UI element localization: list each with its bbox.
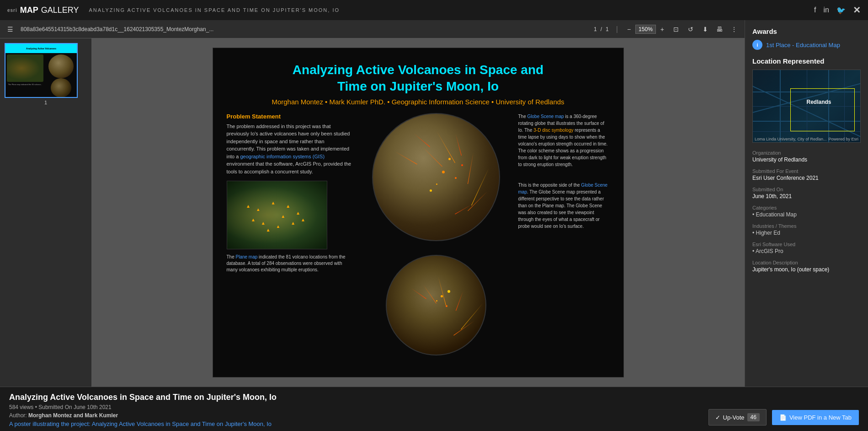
globe-scene-note: The Globe Scene map is a 360-degree rota… xyxy=(518,113,610,168)
bottom-title: Analyzing Active Volcanoes in Space and … xyxy=(9,393,859,402)
more-options-button[interactable]: ⋮ xyxy=(729,25,739,34)
vote-count: 46 xyxy=(747,413,760,421)
pdf-filename: 808a83e645514315b3c8deabd3a78d1c__162402… xyxy=(21,26,588,32)
thumbnail-panel: Analyzing Active Volcanoes The Plane map… xyxy=(0,38,91,387)
rotate-button[interactable]: ↺ xyxy=(686,25,695,34)
award-item: i 1st Place - Educational Map xyxy=(752,40,861,50)
submitted-value: June 10th, 2021 xyxy=(752,193,861,199)
poster-body: Problem Statement The problem addressed … xyxy=(227,113,610,356)
top-bar-social-icons: f in 🐦 ✕ xyxy=(814,5,861,16)
pdf-menu-button[interactable]: ☰ xyxy=(5,25,15,34)
download-button[interactable]: ⬇ xyxy=(701,25,710,34)
view-pdf-button[interactable]: 📄 View PDF in a New Tab xyxy=(772,410,859,425)
zoom-level: 150% xyxy=(635,25,656,34)
zoom-out-button[interactable]: − xyxy=(625,25,633,34)
submitted-date: Submitted On June 10th 2021 xyxy=(38,404,111,410)
plane-map xyxy=(227,181,327,249)
plane-caption: The Plane map indicated the 81 volcano l… xyxy=(227,254,354,273)
pdf-nav: 1 / 1 xyxy=(594,26,609,32)
pdf-page: Analyzing Active Volcanoes in Space and … xyxy=(213,48,624,377)
author-label: Author: xyxy=(9,412,27,419)
upvote-button[interactable]: ✓ Up-Vote 46 xyxy=(708,409,767,426)
pdf-page-sep: / xyxy=(601,26,602,32)
categories-label: Categories xyxy=(752,205,861,210)
poster-center xyxy=(363,113,509,356)
event-value: Esri User Conference 2021 xyxy=(752,175,861,181)
thumbnail-page-1[interactable]: Analyzing Active Volcanoes The Plane map… xyxy=(5,43,87,105)
submitted-label: Submitted On xyxy=(752,187,861,192)
industry-higher-ed: Higher Ed xyxy=(752,230,861,236)
pdf-zoom: − 150% + xyxy=(625,25,666,34)
location-desc-value: Jupiter's moon, Io (outer space) xyxy=(752,266,861,273)
pdf-page-total: 1 xyxy=(606,26,609,32)
facebook-icon[interactable]: f xyxy=(814,6,816,14)
map-thumb-content: Redlands Loma Linda University, City of … xyxy=(753,70,860,142)
location-title: Location Represented xyxy=(752,57,861,65)
map-attribution2: Powered by Esri xyxy=(828,137,858,141)
linkedin-icon[interactable]: in xyxy=(824,6,829,14)
event-label: Submitted For Event xyxy=(752,168,861,174)
map-city-label: Redlands xyxy=(807,99,831,105)
submitted-meta: Submitted On June 10th, 2021 xyxy=(752,187,861,199)
category-educational-map: Educational Map xyxy=(752,211,861,218)
poster-right: The Globe Scene map is a 360-degree rota… xyxy=(518,113,610,356)
esri-logo: esri xyxy=(7,8,17,13)
pdf-content: Analyzing Active Volcanoes The Plane map… xyxy=(0,38,745,387)
thumbnail-image: Analyzing Active Volcanoes The Plane map… xyxy=(5,43,78,98)
pdf-toolbar-right: ⬇ 🖶 ⋮ xyxy=(701,25,739,34)
org-value: University of Redlands xyxy=(752,156,861,163)
separator: | xyxy=(616,25,618,33)
poster-left: Problem Statement The problem addressed … xyxy=(227,113,354,356)
org-meta: Organization University of Redlands xyxy=(752,150,861,163)
top-bar-subtitle: ANALYZING ACTIVE VOLCANOES IN SPACE AND … xyxy=(89,7,340,13)
location-desc-meta: Location Description Jupiter's moon, Io … xyxy=(752,260,861,273)
awards-title: Awards xyxy=(752,27,861,35)
award-label: 1st Place - Educational Map xyxy=(766,42,840,48)
checkmark-icon: ✓ xyxy=(715,414,720,421)
problem-text: The problem addressed in this project wa… xyxy=(227,123,354,176)
views-count: 584 views xyxy=(9,404,33,410)
author-name: Morghan Montez and Mark Kumler xyxy=(28,412,118,419)
problem-title: Problem Statement xyxy=(227,113,354,120)
map-selection-box xyxy=(790,88,855,132)
main-layout: ☰ 808a83e645514315b3c8deabd3a78d1c__1624… xyxy=(0,20,868,387)
pdf-main-view[interactable]: Analyzing Active Volcanoes in Space and … xyxy=(91,38,745,387)
location-desc-label: Location Description xyxy=(752,260,861,265)
bottom-bar: Analyzing Active Volcanoes in Space and … xyxy=(0,387,868,431)
software-label: Esri Software Used xyxy=(752,242,861,247)
map-attribution: Loma Linda University, City of Redlan... xyxy=(755,137,826,141)
logo-area: esri MAP GALLERY xyxy=(7,5,79,15)
org-label: Organization xyxy=(752,150,861,156)
twitter-icon[interactable]: 🐦 xyxy=(836,6,846,15)
pdf-area: ☰ 808a83e645514315b3c8deabd3a78d1c__1624… xyxy=(0,20,745,387)
industries-meta: Industries / Themes Higher Ed xyxy=(752,223,861,236)
fit-page-button[interactable]: ⊡ xyxy=(671,25,681,34)
pdf-page-current: 1 xyxy=(594,26,597,32)
top-bar-left: esri MAP GALLERY ANALYZING ACTIVE VOLCAN… xyxy=(7,5,340,15)
right-sidebar: Awards i 1st Place - Educational Map Loc… xyxy=(745,20,868,387)
close-button[interactable]: ✕ xyxy=(853,5,861,16)
upvote-label: Up-Vote xyxy=(723,414,745,421)
bottom-globe-note: This is the opposite side of the Globe S… xyxy=(518,182,610,230)
mini-poster: Analyzing Active Volcanoes The Plane map… xyxy=(5,44,77,97)
industries-label: Industries / Themes xyxy=(752,223,861,229)
thumbnail-label: 1 xyxy=(5,100,87,105)
globe-bottom xyxy=(386,255,486,356)
gallery-logo: GALLERY xyxy=(41,5,79,15)
poster-title: Analyzing Active Volcanoes in Space and … xyxy=(227,62,610,95)
software-arcgis: ArcGIS Pro xyxy=(752,248,861,254)
top-bar: esri MAP GALLERY ANALYZING ACTIVE VOLCAN… xyxy=(0,0,868,20)
software-meta: Esri Software Used ArcGIS Pro xyxy=(752,242,861,254)
globe-main xyxy=(372,113,500,241)
pdf-btn-label: View PDF in a New Tab xyxy=(789,414,852,421)
poster-authors: Morghan Montez • Mark Kumler PhD. • Geog… xyxy=(227,98,610,106)
award-icon: i xyxy=(752,40,762,50)
pdf-toolbar: ☰ 808a83e645514315b3c8deabd3a78d1c__1624… xyxy=(0,20,745,38)
categories-meta: Categories Educational Map xyxy=(752,205,861,218)
zoom-in-button[interactable]: + xyxy=(659,25,666,34)
print-button[interactable]: 🖶 xyxy=(714,25,724,34)
location-map: Redlands Loma Linda University, City of … xyxy=(752,70,861,143)
event-meta: Submitted For Event Esri User Conference… xyxy=(752,168,861,181)
pdf-icon: 📄 xyxy=(779,414,787,421)
map-logo: MAP xyxy=(20,5,38,15)
